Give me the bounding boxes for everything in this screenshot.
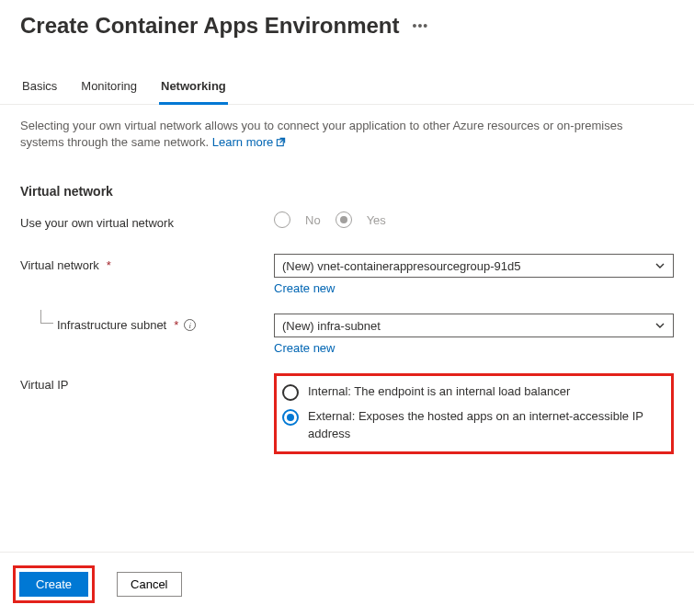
more-icon[interactable]: ••• bbox=[413, 18, 429, 33]
chevron-down-icon bbox=[654, 320, 666, 331]
own-vnet-no-label: No bbox=[305, 213, 321, 227]
tab-networking[interactable]: Networking bbox=[159, 79, 228, 105]
tab-basics[interactable]: Basics bbox=[20, 79, 59, 105]
tabs: Basics Monitoring Networking bbox=[0, 44, 694, 105]
footer: Create Cancel bbox=[0, 552, 694, 616]
vnet-label: Virtual network* bbox=[20, 254, 274, 272]
learn-more-link[interactable]: Learn more bbox=[212, 135, 286, 149]
subnet-create-new-link[interactable]: Create new bbox=[274, 337, 335, 355]
external-link-icon bbox=[276, 135, 286, 145]
vnet-dropdown[interactable]: (New) vnet-containerappresourcegroup-91d… bbox=[274, 254, 674, 278]
tab-monitoring[interactable]: Monitoring bbox=[79, 79, 139, 105]
page-title: Create Container Apps Environment bbox=[20, 13, 400, 39]
vnet-value: (New) vnet-containerappresourcegroup-91d… bbox=[282, 259, 520, 273]
own-vnet-yes-label: Yes bbox=[367, 213, 386, 227]
highlight-create-button: Create bbox=[13, 565, 95, 603]
vip-label: Virtual IP bbox=[20, 373, 274, 392]
info-icon[interactable]: i bbox=[184, 319, 196, 331]
own-vnet-yes-radio bbox=[336, 211, 352, 228]
vip-internal-radio[interactable] bbox=[282, 384, 299, 401]
highlight-vip-options: Internal: The endpoint is an internal lo… bbox=[274, 373, 674, 453]
subnet-value: (New) infra-subnet bbox=[282, 319, 381, 333]
vip-internal-label[interactable]: Internal: The endpoint is an internal lo… bbox=[308, 383, 570, 400]
tab-description: Selecting your own virtual network allow… bbox=[0, 105, 653, 151]
subnet-label: Infrastructure subnet* i bbox=[20, 314, 274, 332]
section-heading-vnet: Virtual network bbox=[0, 151, 694, 206]
vip-external-radio[interactable] bbox=[282, 409, 299, 426]
own-vnet-label: Use your own virtual network bbox=[20, 211, 274, 230]
vnet-create-new-link[interactable]: Create new bbox=[274, 278, 335, 295]
subnet-dropdown[interactable]: (New) infra-subnet bbox=[274, 314, 674, 337]
cancel-button[interactable]: Cancel bbox=[117, 572, 181, 597]
own-vnet-no-radio bbox=[274, 211, 290, 228]
vip-external-label[interactable]: External: Exposes the hosted apps on an … bbox=[308, 408, 666, 441]
create-button[interactable]: Create bbox=[19, 572, 88, 597]
chevron-down-icon bbox=[654, 260, 666, 271]
indent-guide bbox=[40, 310, 53, 324]
